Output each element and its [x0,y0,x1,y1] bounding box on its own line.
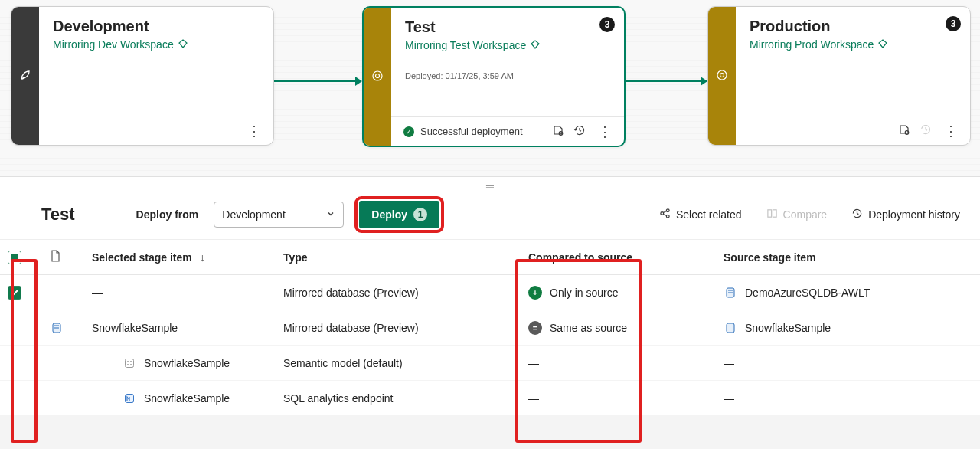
deployment-rules-icon[interactable] [897,123,912,138]
svg-point-8 [666,215,669,218]
chevron-down-icon [326,208,335,221]
stage-title: Production [750,18,956,35]
svg-point-18 [130,364,132,365]
db-icon [50,321,64,335]
highlight-overlay-checkbox-column [11,259,38,416]
svg-rect-13 [727,323,734,333]
history-icon[interactable] [918,123,933,138]
db-icon [724,286,737,300]
svg-point-15 [127,361,129,362]
stage-prod-more-button[interactable]: ⋮ [939,124,962,138]
svg-rect-10 [773,210,776,217]
svg-rect-14 [126,359,134,367]
model-icon [122,356,136,370]
file-icon [50,250,60,264]
svg-point-3 [717,70,727,80]
column-type-header[interactable]: Type [276,247,521,268]
svg-point-7 [666,209,669,212]
svg-point-6 [661,212,664,215]
rocket-icon [19,69,31,84]
item-icon-cell [42,316,84,339]
deploy-button[interactable]: Deploy 1 [359,201,439,228]
stage-tab-test [364,8,391,146]
stage-title: Test [405,18,610,36]
items-table: Selected stage item ↓ Type Compared to s… [0,240,980,416]
svg-point-4 [720,73,724,77]
stage-tab-production [708,7,736,145]
svg-point-0 [373,71,382,80]
diamond-icon [531,39,540,51]
stage-tab-development [11,7,39,145]
arrow-test-to-prod [626,80,707,82]
share-icon [659,208,671,221]
table-row[interactable]: SnowflakeSample SQL analytics endpoint —… [0,381,980,416]
highlight-overlay-compared-column [515,259,642,416]
diamond-icon [878,38,887,51]
history-icon [851,208,863,221]
stage-toolbar: Test Deploy from Development Deploy 1 Se… [0,190,980,240]
selected-item-cell: SnowflakeSample [84,352,276,375]
column-icon-header [42,245,84,269]
column-source-header[interactable]: Source stage item [716,247,946,268]
stage-deployed-timestamp: Deployed: 01/17/25, 3:59 AM [405,71,610,80]
arrow-dev-to-test [274,80,361,82]
history-icon[interactable] [572,124,587,139]
source-item-cell: SnowflakeSample [716,316,946,339]
stage-workspace-link[interactable]: Mirroring Prod Workspace [750,38,956,51]
table-row[interactable]: SnowflakeSample Semantic model (default)… [0,346,980,381]
source-item-cell: DemoAzureSQLDB-AWLT [716,281,946,304]
sort-down-icon: ↓ [200,251,205,264]
stage-title: Development [53,18,260,35]
pipeline-canvas: Development Mirroring Dev Workspace ⋮ Te… [0,0,980,176]
table-row[interactable]: — Mirrored database (Preview) + Only in … [0,275,980,310]
stage-test-item-count-badge: 3 [599,17,615,32]
db-icon [724,321,737,335]
type-cell: Mirrored database (Preview) [276,317,521,339]
diamond-icon [178,38,188,51]
resize-handle[interactable]: ═ [0,176,980,190]
table-header-row: Selected stage item ↓ Type Compared to s… [0,240,980,275]
stage-dev-more-button[interactable]: ⋮ [243,124,266,138]
svg-point-1 [376,74,380,77]
type-cell: Mirrored database (Preview) [276,282,521,303]
stage-status: Successful deployment [420,126,544,137]
stage-card-development[interactable]: Development Mirroring Dev Workspace ⋮ [11,6,274,146]
svg-point-17 [127,364,129,365]
deploy-from-select[interactable]: Development [214,202,344,228]
stage-card-production[interactable]: Production Mirroring Prod Workspace 3 ⋮ [707,6,971,146]
stage-test-more-button[interactable]: ⋮ [593,125,616,139]
stage-workspace-link[interactable]: Mirroring Test Workspace [405,39,610,51]
type-cell: Semantic model (default) [276,352,521,374]
stage-workspace-link[interactable]: Mirroring Dev Workspace [53,38,260,51]
column-selected-header[interactable]: Selected stage item ↓ [84,247,276,268]
type-cell: SQL analytics endpoint [276,388,521,409]
table-row[interactable]: SnowflakeSample Mirrored database (Previ… [0,310,980,346]
selected-item-cell: SnowflakeSample [84,387,276,410]
stage-prod-item-count-badge: 3 [946,16,961,31]
compare-icon [766,208,778,221]
selected-item-cell: — [84,282,276,303]
svg-rect-9 [767,210,771,217]
target-icon [371,70,384,84]
select-related-button[interactable]: Select related [655,205,746,224]
deploy-count-badge: 1 [413,208,427,221]
sql-icon [122,392,136,405]
svg-point-16 [130,361,132,362]
deploy-from-label: Deploy from [136,208,199,221]
deployment-history-button[interactable]: Deployment history [847,205,965,224]
source-item-cell: — [716,352,946,374]
source-item-cell: — [716,388,946,409]
compare-button: Compare [762,205,832,224]
stage-card-test[interactable]: Test Mirroring Test Workspace Deployed: … [362,6,626,147]
selected-stage-title: Test [41,205,75,224]
selected-item-cell: SnowflakeSample [84,317,276,339]
check-icon: ✓ [403,126,414,137]
target-icon [716,69,728,84]
deployment-rules-icon[interactable] [550,124,566,139]
